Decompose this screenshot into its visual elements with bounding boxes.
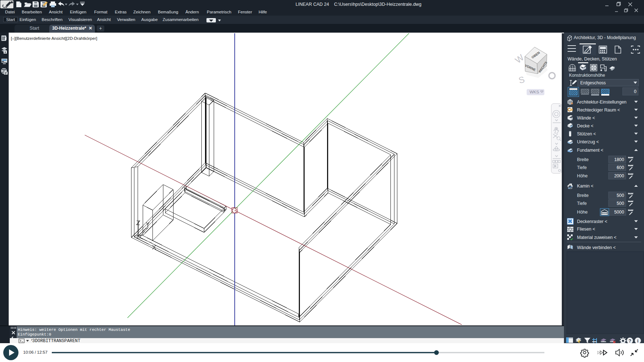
svg-text:Höhe: Höhe (577, 210, 588, 215)
svg-text:Architektur, 3D - Modellplanun: Architektur, 3D - Modellplanung (574, 35, 636, 40)
svg-text:Tiefe: Tiefe (577, 165, 587, 170)
svg-text:Konstruktionshöhe: Konstruktionshöhe (569, 73, 605, 78)
svg-text:Material zuweisen <: Material zuweisen < (577, 235, 616, 240)
svg-text:Höhe: Höhe (577, 173, 588, 178)
svg-text:Wände, Decken, Stützen: Wände, Decken, Stützen (568, 56, 617, 62)
svg-text:Tiefe: Tiefe (577, 201, 587, 206)
svg-text:Unterzug <: Unterzug < (577, 139, 599, 144)
svg-text:500: 500 (616, 201, 624, 206)
svg-text:5000: 5000 (614, 210, 624, 215)
svg-text:Breite: Breite (577, 157, 589, 162)
svg-text:Breite: Breite (577, 193, 589, 198)
svg-text:Fundament <: Fundament < (577, 148, 603, 153)
svg-text:Decke <: Decke < (577, 123, 593, 129)
svg-text:Erdgeschoss: Erdgeschoss (580, 80, 606, 85)
svg-text:Stützen <: Stützen < (577, 131, 596, 136)
svg-text:0: 0 (634, 89, 636, 94)
svg-text:1800: 1800 (614, 157, 624, 162)
svg-text:Kamin <: Kamin < (577, 184, 593, 189)
svg-text:Architektur-Einstellungen: Architektur-Einstellungen (577, 100, 627, 105)
svg-text:2000: 2000 (614, 173, 624, 178)
svg-text:i: i (637, 338, 638, 344)
svg-text:W: W (513, 52, 526, 65)
svg-text:?: ? (628, 338, 631, 344)
svg-text:Deckenraster <: Deckenraster < (577, 219, 607, 224)
svg-text:600: 600 (616, 165, 624, 170)
svg-text:Wände verbinden <: Wände verbinden < (577, 245, 616, 250)
svg-text:Rechteckiger Raum <: Rechteckiger Raum < (577, 108, 620, 113)
svg-text:500: 500 (616, 193, 624, 198)
svg-text:S: S (518, 74, 526, 85)
svg-text:Fliesen <: Fliesen < (577, 227, 595, 232)
svg-text:Wände <: Wände < (577, 115, 595, 121)
svg-text:WKS: WKS (530, 90, 539, 94)
